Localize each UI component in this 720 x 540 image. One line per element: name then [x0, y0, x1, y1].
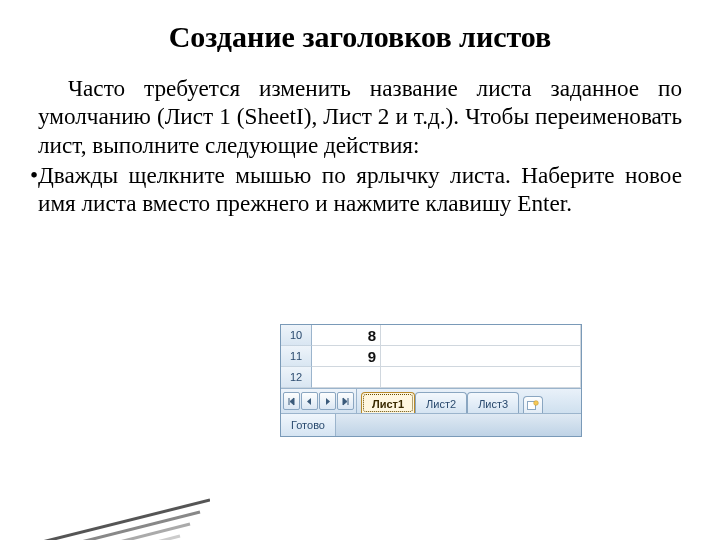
table-row: 10 8 [281, 325, 581, 346]
new-sheet-icon[interactable] [523, 396, 543, 413]
decorative-lines [0, 450, 210, 540]
svg-line-5 [0, 536, 180, 540]
sheet-tab-bar: Лист1 Лист2 Лист3 [281, 388, 581, 413]
svg-line-3 [0, 512, 200, 540]
table-row: 11 9 [281, 346, 581, 367]
svg-line-2 [0, 500, 210, 540]
sheet-tab[interactable]: Лист2 [415, 392, 467, 413]
nav-last-icon[interactable] [337, 392, 354, 410]
excel-grid: 10 8 11 9 12 [281, 325, 581, 388]
cell[interactable] [381, 367, 581, 388]
cell[interactable] [381, 325, 581, 346]
nav-next-icon[interactable] [319, 392, 336, 410]
status-bar: Готово [281, 413, 581, 436]
sheet-tab-active[interactable]: Лист1 [361, 392, 415, 413]
body-text: Часто требуется изменить название листа … [38, 74, 682, 217]
cell[interactable]: 9 [312, 346, 381, 367]
svg-point-1 [534, 401, 539, 406]
nav-prev-icon[interactable] [301, 392, 318, 410]
bullet-mark: • [20, 161, 38, 189]
row-header[interactable]: 11 [281, 346, 312, 367]
svg-line-4 [0, 524, 190, 540]
cell[interactable]: 8 [312, 325, 381, 346]
row-header[interactable]: 12 [281, 367, 312, 388]
cell[interactable] [381, 346, 581, 367]
sheet-nav-buttons [281, 389, 357, 413]
page-title: Создание заголовков листов [0, 20, 720, 54]
sheet-tab[interactable]: Лист3 [467, 392, 519, 413]
excel-screenshot: 10 8 11 9 12 [280, 324, 582, 437]
row-header[interactable]: 10 [281, 325, 312, 346]
nav-first-icon[interactable] [283, 392, 300, 410]
slide: Создание заголовков листов Часто требует… [0, 0, 720, 540]
bullet-item: • Дважды щелкните мышью по ярлычку листа… [38, 161, 682, 218]
table-row: 12 [281, 367, 581, 388]
status-text: Готово [281, 414, 336, 436]
bullet-text: Дважды щелкните мышью по ярлычку листа. … [38, 161, 682, 218]
intro-paragraph: Часто требуется изменить название листа … [38, 74, 682, 159]
sheet-tabs: Лист1 Лист2 Лист3 [357, 389, 581, 413]
cell[interactable] [312, 367, 381, 388]
